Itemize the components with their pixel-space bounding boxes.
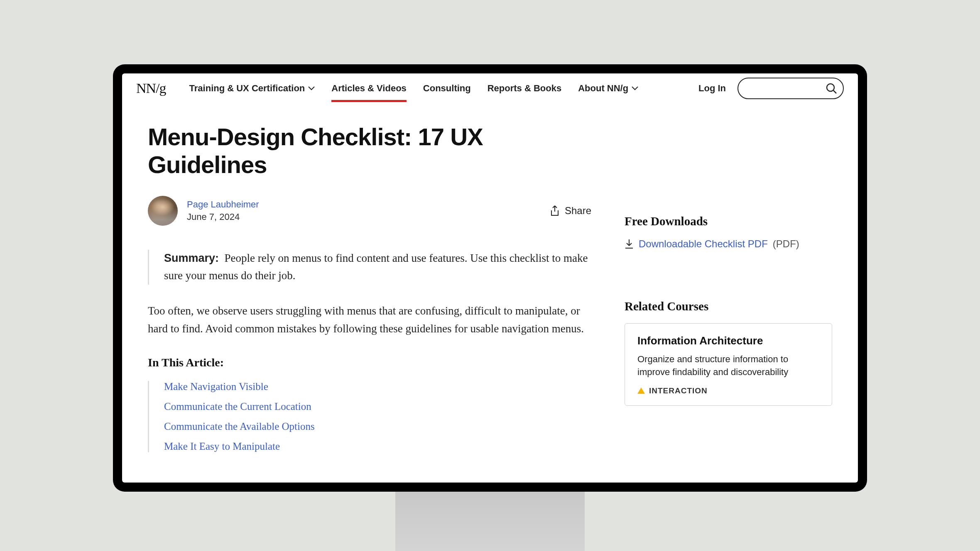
- course-card[interactable]: Information Architecture Organize and st…: [625, 323, 832, 406]
- toc-item[interactable]: Communicate the Available Options: [164, 421, 591, 432]
- main-column: Menu-Design Checklist: 17 UX Guidelines …: [148, 123, 591, 452]
- monitor-stand: [395, 492, 585, 551]
- nav-label: Consulting: [423, 83, 471, 94]
- summary-text: People rely on menus to find content and…: [164, 252, 588, 282]
- nav-label: Reports & Books: [488, 83, 561, 94]
- nav-right: Log In: [698, 78, 844, 99]
- nav-items: Training & UX Certification Articles & V…: [182, 76, 698, 101]
- chevron-down-icon: [308, 86, 315, 90]
- content-wrap: Menu-Design Checklist: 17 UX Guidelines …: [122, 103, 858, 452]
- intro-paragraph: Too often, we observe users struggling w…: [148, 302, 591, 338]
- sidebar: Free Downloads Downloadable Checklist PD…: [625, 123, 832, 452]
- nav-training[interactable]: Training & UX Certification: [182, 76, 323, 101]
- top-nav: NN/g Training & UX Certification Article…: [122, 73, 858, 103]
- byline-left: Page Laubheimer June 7, 2024: [148, 196, 259, 226]
- summary-label: Summary:: [164, 252, 219, 264]
- byline-row: Page Laubheimer June 7, 2024 Share: [148, 196, 591, 226]
- toc-item[interactable]: Make Navigation Visible: [164, 381, 591, 393]
- share-label: Share: [565, 205, 591, 217]
- nav-about[interactable]: About NN/g: [571, 76, 646, 101]
- summary-block: Summary: People rely on menus to find co…: [148, 250, 591, 285]
- toc-item[interactable]: Communicate the Current Location: [164, 401, 591, 412]
- download-row: Downloadable Checklist PDF (PDF): [625, 238, 832, 250]
- toc-item[interactable]: Make It Easy to Manipulate: [164, 441, 591, 452]
- author-link[interactable]: Page Laubheimer: [187, 199, 259, 210]
- share-button[interactable]: Share: [550, 205, 591, 217]
- course-desc: Organize and structure information to im…: [637, 353, 819, 379]
- nav-consulting[interactable]: Consulting: [416, 76, 478, 101]
- download-icon: [625, 239, 634, 249]
- page-title: Menu-Design Checklist: 17 UX Guidelines: [148, 123, 591, 178]
- download-link[interactable]: Downloadable Checklist PDF: [639, 238, 768, 250]
- author-avatar[interactable]: [148, 196, 178, 226]
- logo[interactable]: NN/g: [136, 80, 166, 96]
- screen: NN/g Training & UX Certification Article…: [122, 73, 858, 483]
- triangle-icon: [637, 388, 645, 394]
- downloads-heading: Free Downloads: [625, 215, 832, 228]
- related-heading: Related Courses: [625, 300, 832, 313]
- nav-label: Articles & Videos: [331, 83, 407, 94]
- nav-articles[interactable]: Articles & Videos: [324, 76, 414, 101]
- search-input[interactable]: [737, 78, 844, 99]
- download-ext: (PDF): [773, 238, 799, 250]
- nav-reports[interactable]: Reports & Books: [480, 76, 569, 101]
- login-link[interactable]: Log In: [698, 83, 726, 94]
- toc-heading: In This Article:: [148, 356, 591, 369]
- search-icon: [826, 83, 837, 94]
- svg-point-0: [827, 84, 834, 91]
- share-icon: [550, 205, 560, 216]
- course-tag: INTERACTION: [649, 386, 708, 395]
- toc-list: Make Navigation Visible Communicate the …: [148, 381, 591, 452]
- author-block: Page Laubheimer June 7, 2024: [187, 199, 259, 222]
- publish-date: June 7, 2024: [187, 212, 259, 222]
- nav-label: Training & UX Certification: [189, 83, 305, 94]
- chevron-down-icon: [632, 86, 638, 90]
- nav-label: About NN/g: [578, 83, 628, 94]
- course-tag-row: INTERACTION: [637, 386, 819, 395]
- course-title: Information Architecture: [637, 334, 819, 347]
- svg-line-1: [833, 90, 836, 93]
- monitor-frame: NN/g Training & UX Certification Article…: [113, 64, 867, 492]
